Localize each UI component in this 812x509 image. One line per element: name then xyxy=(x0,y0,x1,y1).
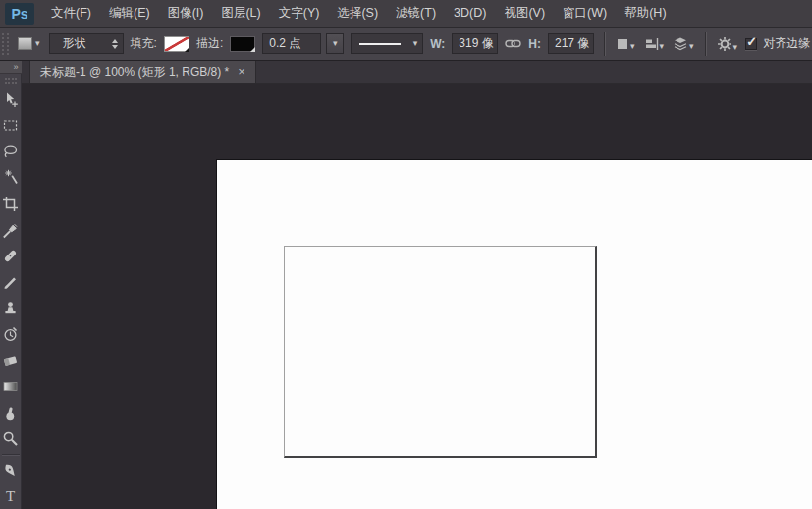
tool-mode-value: 形状 xyxy=(63,35,86,52)
crop-icon xyxy=(2,196,19,212)
rectangle-shape[interactable] xyxy=(284,246,597,458)
stroke-width-dropdown-button[interactable]: ▾ xyxy=(326,33,344,54)
chevron-down-icon: ▾ xyxy=(660,42,665,51)
document-canvas[interactable] xyxy=(216,159,812,509)
chevron-down-icon: ▾ xyxy=(733,43,738,52)
clone-stamp-icon xyxy=(2,300,19,316)
lasso-tool-button[interactable] xyxy=(0,139,22,165)
document-tab-title: 未标题-1 @ 100% (矩形 1, RGB/8) * xyxy=(40,64,229,81)
tool-preset-button[interactable]: ▾ xyxy=(16,35,42,52)
chevron-down-icon: ▾ xyxy=(689,42,694,51)
height-label: H: xyxy=(528,37,541,51)
chevron-down-icon: ▾ xyxy=(333,39,338,48)
move-icon xyxy=(2,91,19,108)
menu-file[interactable]: 文件(F) xyxy=(42,0,100,27)
menu-select[interactable]: 选择(S) xyxy=(328,0,387,27)
stroke-style-select[interactable]: ▾ xyxy=(351,33,423,54)
menu-items: 文件(F) 编辑(E) 图像(I) 图层(L) 文字(Y) 选择(S) 滤镜(T… xyxy=(42,0,676,27)
app-logo[interactable]: Ps xyxy=(5,3,34,25)
options-bar-grip[interactable] xyxy=(2,33,9,55)
dodge-icon xyxy=(2,430,19,447)
gradient-tool-button[interactable] xyxy=(0,373,22,400)
history-brush-icon xyxy=(2,326,19,343)
tool-group-divider xyxy=(2,454,20,455)
gear-icon xyxy=(717,36,732,52)
align-edges-checkbox[interactable]: ✓ 对齐边缘 xyxy=(745,35,810,52)
close-tab-icon[interactable]: × xyxy=(238,66,245,78)
smudge-tool-button[interactable] xyxy=(0,400,22,426)
menu-view[interactable]: 视图(V) xyxy=(495,0,554,27)
spot-healing-brush-icon xyxy=(2,248,19,264)
fill-label: 填充: xyxy=(131,35,157,52)
menu-filter[interactable]: 滤镜(T) xyxy=(387,0,445,27)
fill-swatch[interactable] xyxy=(164,36,189,52)
menu-edit[interactable]: 编辑(E) xyxy=(100,0,159,27)
photoshop-window: Ps 文件(F) 编辑(E) 图像(I) 图层(L) 文字(Y) 选择(S) 滤… xyxy=(0,0,812,509)
chevron-down-icon xyxy=(250,47,255,52)
options-bar: ▾ 形状 填充: 描边: 0.2 点 ▾ ▾ W: 319 像 xyxy=(0,28,812,61)
menu-help[interactable]: 帮助(H) xyxy=(616,0,675,27)
clone-stamp-tool-button[interactable] xyxy=(0,295,22,321)
tool-mode-select[interactable]: 形状 xyxy=(49,33,124,54)
dodge-tool-button[interactable] xyxy=(0,425,22,452)
path-operations-icon xyxy=(616,37,629,51)
stroke-swatch[interactable] xyxy=(230,36,255,52)
move-tool-button[interactable] xyxy=(0,86,22,113)
type-icon: T xyxy=(2,487,19,504)
smudge-icon xyxy=(2,405,19,422)
menu-bar: Ps 文件(F) 编辑(E) 图像(I) 图层(L) 文字(Y) 选择(S) 滤… xyxy=(0,0,812,28)
tools-panel-grip[interactable] xyxy=(5,78,17,84)
geometry-options-button[interactable]: ▾ xyxy=(716,34,739,54)
chevron-down-icon: ▾ xyxy=(413,39,418,48)
rectangular-marquee-icon xyxy=(2,117,19,134)
menu-layer[interactable]: 图层(L) xyxy=(212,0,269,27)
checkmark-icon: ✓ xyxy=(746,34,757,49)
canvas-area[interactable] xyxy=(22,84,812,509)
type-tool-button[interactable]: T xyxy=(0,482,22,509)
rectangular-marquee-tool-button[interactable] xyxy=(0,113,22,140)
eraser-tool-button[interactable] xyxy=(0,348,22,374)
chevron-down-icon: ▾ xyxy=(35,39,40,48)
divider xyxy=(705,32,706,56)
up-down-arrows-icon xyxy=(112,39,118,49)
rectangle-tool-icon xyxy=(18,37,32,50)
path-alignment-icon xyxy=(644,37,659,51)
document-tab-bar: 未标题-1 @ 100% (矩形 1, RGB/8) * × xyxy=(22,61,812,84)
height-input[interactable]: 217 像 xyxy=(548,33,594,54)
pen-icon xyxy=(2,462,19,479)
path-arrangement-icon xyxy=(673,36,688,51)
svg-text:T: T xyxy=(6,488,15,504)
menu-image[interactable]: 图像(I) xyxy=(159,0,213,27)
pen-tool-button[interactable] xyxy=(0,457,22,483)
divider xyxy=(604,32,605,56)
crop-tool-button[interactable] xyxy=(0,191,22,217)
menu-window[interactable]: 窗口(W) xyxy=(554,0,616,27)
solid-line-icon xyxy=(359,43,401,45)
path-alignment-button[interactable]: ▾ xyxy=(643,35,666,53)
eraser-icon xyxy=(2,352,19,368)
width-input[interactable]: 319 像 xyxy=(452,33,498,54)
chevron-down-icon: ▾ xyxy=(630,42,635,51)
path-arrangement-button[interactable]: ▾ xyxy=(672,34,695,53)
brush-tool-button[interactable] xyxy=(0,269,22,296)
stroke-width-input[interactable]: 0.2 点 xyxy=(262,33,321,54)
eyedropper-tool-button[interactable] xyxy=(0,217,22,244)
document-tab[interactable]: 未标题-1 @ 100% (矩形 1, RGB/8) * × xyxy=(29,61,256,83)
eyedropper-icon xyxy=(2,222,19,239)
tools-panel: » xyxy=(0,61,22,509)
align-edges-label: 对齐边缘 xyxy=(763,35,810,52)
link-dimensions-icon[interactable] xyxy=(505,35,521,52)
path-operations-button[interactable]: ▾ xyxy=(615,35,636,53)
magic-wand-tool-button[interactable] xyxy=(0,165,22,192)
spot-healing-brush-tool-button[interactable] xyxy=(0,243,22,269)
menu-3d[interactable]: 3D(D) xyxy=(445,0,495,27)
brush-icon xyxy=(2,274,19,291)
chevron-down-icon xyxy=(185,47,189,52)
collapse-panel-button[interactable]: » xyxy=(0,61,22,74)
width-label: W: xyxy=(430,37,445,51)
history-brush-tool-button[interactable] xyxy=(0,321,22,348)
checkbox-icon: ✓ xyxy=(745,38,757,50)
menu-type[interactable]: 文字(Y) xyxy=(270,0,329,27)
lasso-icon xyxy=(2,143,19,160)
gradient-icon xyxy=(2,378,19,395)
